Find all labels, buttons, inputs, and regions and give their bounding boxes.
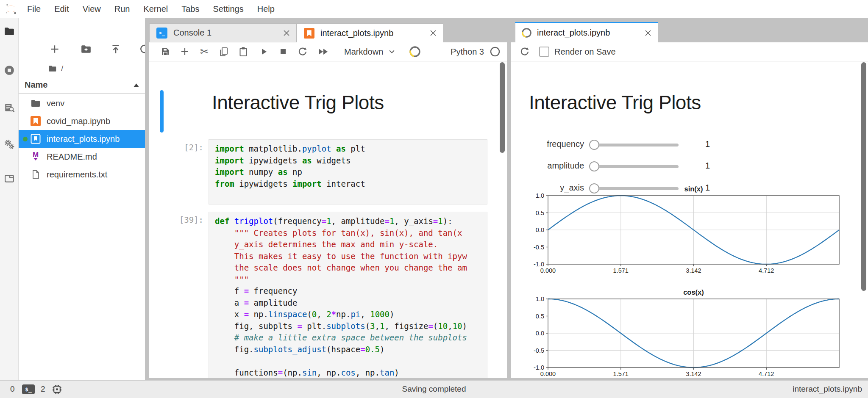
kernel-status-icon[interactable] xyxy=(490,47,500,57)
svg-text:1.0: 1.0 xyxy=(536,296,544,302)
folder-icon xyxy=(48,64,57,73)
code-cell-trigplot[interactable]: def trigplot(frequency=1, amplitude=1, y… xyxy=(209,212,487,378)
preview-content[interactable]: Interactive Trig Plots frequency 1 ampli… xyxy=(511,61,868,378)
cell-collapser[interactable] xyxy=(160,90,164,133)
restart-run-all-icon[interactable] xyxy=(317,47,331,57)
preview-scrollbar[interactable] xyxy=(861,62,866,291)
sort-ascending-icon[interactable] xyxy=(134,83,139,87)
current-file-indicator[interactable]: interact_plots.ipynb xyxy=(793,384,862,394)
menu-item-tabs[interactable]: Tabs xyxy=(175,4,206,14)
chevron-down-icon[interactable] xyxy=(389,50,395,54)
kernel-name[interactable]: Python 3 xyxy=(451,47,484,57)
markdown-title: Interactive Trig Plots xyxy=(212,91,384,114)
svg-text:1.571: 1.571 xyxy=(613,267,629,273)
running-kernels-icon[interactable] xyxy=(4,65,15,76)
open-tabs-icon[interactable] xyxy=(4,173,15,184)
tab-label: Console 1 xyxy=(173,28,211,38)
svg-text:0.5: 0.5 xyxy=(536,210,544,216)
file-name: venv xyxy=(47,99,64,108)
preview-toolbar: Render on Save xyxy=(511,42,868,61)
new-launcher-icon[interactable] xyxy=(49,44,60,55)
add-cell-icon[interactable] xyxy=(180,47,190,57)
close-icon[interactable] xyxy=(428,28,438,38)
kernel-running-dot xyxy=(23,137,28,141)
name-column-header[interactable]: Name xyxy=(25,80,47,90)
property-inspector-gears-icon[interactable] xyxy=(4,138,15,149)
text-file-icon xyxy=(31,169,41,180)
menu-item-view[interactable]: View xyxy=(76,4,108,14)
svg-text:3.142: 3.142 xyxy=(686,267,701,273)
run-icon[interactable] xyxy=(259,47,269,57)
paste-icon[interactable] xyxy=(238,47,248,57)
code-line: a = amplitude xyxy=(215,297,487,309)
menu-item-edit[interactable]: Edit xyxy=(47,4,75,14)
code-line: fig, subplts = plt.subplots(3,1, figsize… xyxy=(215,321,487,332)
copy-icon[interactable] xyxy=(219,47,229,57)
code-line: """ xyxy=(215,274,487,286)
code-cell-imports[interactable]: import matplotlib.pyplot as pltimport ip… xyxy=(209,139,487,205)
svg-text:0.0: 0.0 xyxy=(536,227,544,233)
jupyter-logo-icon xyxy=(5,3,17,15)
code-line: """ Creates plots for tan(x), sin(x), an… xyxy=(215,227,487,239)
refresh-icon[interactable] xyxy=(520,47,530,57)
stop-icon[interactable] xyxy=(278,47,288,57)
close-icon[interactable] xyxy=(643,28,653,38)
render-on-save-checkbox[interactable] xyxy=(539,47,549,57)
frequency-slider-handle[interactable] xyxy=(589,140,599,150)
svg-text:cos(x): cos(x) xyxy=(683,289,704,296)
notebook-content[interactable]: Interactive Trig Plots [2]: import matpl… xyxy=(149,61,507,378)
svg-text:4.712: 4.712 xyxy=(759,267,774,273)
tab-notebook-preview[interactable]: interact_plots.ipynb xyxy=(515,22,658,42)
upload-icon[interactable] xyxy=(110,44,121,55)
preview-title: Interactive Trig Plots xyxy=(529,91,701,114)
plot-sin: 0.0001.5713.1424.7121.00.50.0-0.5-1.0sin… xyxy=(526,185,841,273)
code-line: import ipywidgets as widgets xyxy=(215,155,487,167)
breadcrumb[interactable]: / xyxy=(48,62,63,75)
inspector-icon[interactable] xyxy=(4,102,15,113)
breadcrumb-root[interactable]: / xyxy=(61,64,63,73)
code-line: x = np.linspace(0, 2*np.pi, 1000) xyxy=(215,309,487,321)
execution-count: [2]: xyxy=(164,143,203,152)
amplitude-slider-handle[interactable] xyxy=(589,161,599,171)
notebook-icon xyxy=(31,116,41,126)
notebook-scrollbar[interactable] xyxy=(500,62,505,153)
close-icon[interactable] xyxy=(282,28,291,38)
execution-count: [39]: xyxy=(164,215,203,224)
tab-console-1[interactable]: >_ Console 1 xyxy=(149,23,297,42)
preview-panel: Render on Save Interactive Trig Plots fr… xyxy=(511,42,868,378)
cut-icon[interactable]: ✂ xyxy=(199,47,209,57)
code-line: functions=(np.sin, np.cos, np.tan) xyxy=(215,367,487,379)
kernel-busy-spinner-icon xyxy=(409,46,421,58)
code-line: y_axis determines the max and min y-scal… xyxy=(215,239,487,251)
notebook-toolbar: ✂ Markdown xyxy=(149,42,507,61)
frequency-slider[interactable] xyxy=(592,144,679,146)
menu-item-file[interactable]: File xyxy=(20,4,47,14)
menu-item-run[interactable]: Run xyxy=(108,4,137,14)
save-icon[interactable] xyxy=(160,47,170,57)
file-row-venv[interactable]: venv xyxy=(19,94,145,112)
svg-text:-1.0: -1.0 xyxy=(534,364,544,371)
svg-text:0.0: 0.0 xyxy=(536,330,544,337)
file-list-header[interactable]: Name xyxy=(19,77,145,94)
cell-type-dropdown[interactable]: Markdown xyxy=(344,47,383,57)
file-row-covid-map[interactable]: covid_map.ipynb xyxy=(19,112,145,130)
code-line: import matplotlib.pyplot as plt xyxy=(215,143,487,155)
code-line xyxy=(215,355,487,367)
tab-notebook-editor[interactable]: interact_plots.ipynb xyxy=(297,23,443,42)
code-line: # make a little extra space between the … xyxy=(215,332,487,344)
file-row-requirements[interactable]: requirements.txt xyxy=(19,166,145,183)
file-row-interact-plots[interactable]: interact_plots.ipynb xyxy=(19,130,145,148)
menu-item-help[interactable]: Help xyxy=(250,4,281,14)
new-folder-icon[interactable] xyxy=(81,44,92,55)
restart-kernel-icon[interactable] xyxy=(298,47,308,57)
kernel-busy-spinner-icon xyxy=(521,28,532,38)
svg-text:sin(x): sin(x) xyxy=(684,185,703,193)
tab-label: interact_plots.ipynb xyxy=(537,28,610,38)
menu-item-settings[interactable]: Settings xyxy=(206,4,250,14)
amplitude-slider[interactable] xyxy=(592,165,679,168)
slider-label: amplitude xyxy=(512,161,584,171)
status-bar: 0 $_ 2 Saving completed interact_plots.i… xyxy=(0,380,868,398)
file-row-readme[interactable]: M README.md xyxy=(19,148,145,166)
file-browser-icon[interactable] xyxy=(4,26,15,37)
menu-item-kernel[interactable]: Kernel xyxy=(136,4,175,14)
